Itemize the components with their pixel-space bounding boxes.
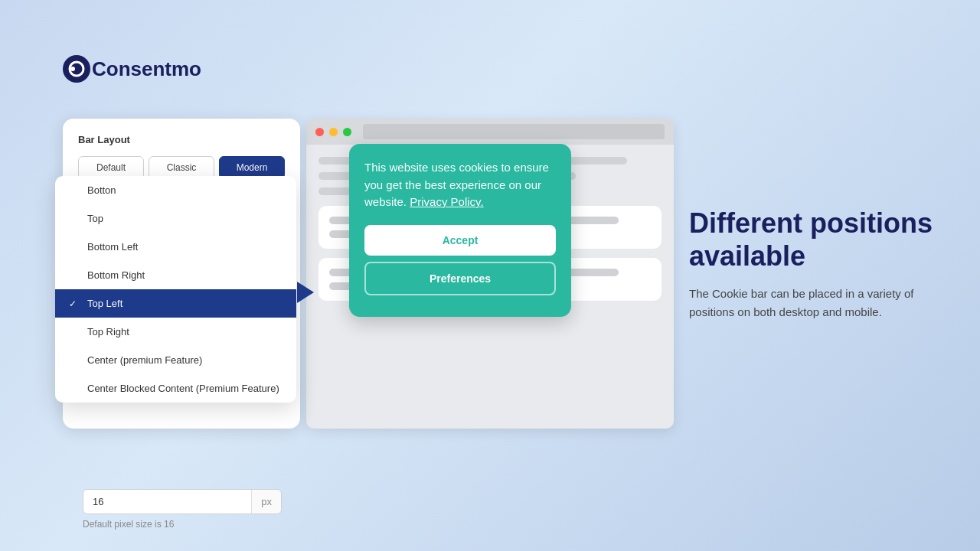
dropdown-item-center[interactable]: Center (premium Feature) [55, 346, 296, 374]
cookie-popup: This website uses cookies to ensure you … [349, 144, 571, 317]
dropdown-item-top-right[interactable]: Top Right [55, 318, 296, 346]
right-panel: Different positions available The Cookie… [689, 207, 934, 321]
dropdown-item-center-blocked[interactable]: Center Blocked Content (Premium Feature) [55, 374, 296, 403]
preferences-button[interactable]: Preferences [364, 262, 556, 295]
right-description: The Cookie bar can be placed in a variet… [689, 285, 934, 321]
arrow-indicator [297, 282, 314, 303]
browser-toolbar [306, 119, 674, 145]
pixel-hint: Default pixel size is 16 [83, 519, 282, 530]
pixel-input-section: px Default pixel size is 16 [83, 489, 282, 530]
browser-close-dot [315, 128, 324, 136]
dropdown-item-bottom-right[interactable]: Bottom Right [55, 261, 296, 289]
pixel-unit-label: px [251, 490, 281, 514]
browser-address-bar [363, 124, 665, 139]
browser-minimize-dot [329, 128, 338, 136]
logo: Consentmo [63, 55, 201, 83]
cookie-message: This website uses cookies to ensure you … [364, 159, 556, 211]
right-title: Different positions available [689, 207, 934, 272]
pixel-size-input[interactable] [83, 490, 251, 514]
dropdown-item-top[interactable]: Top [55, 204, 296, 233]
browser-maximize-dot [343, 128, 351, 136]
dropdown-item-bottom-left[interactable]: Bottom Left [55, 233, 296, 261]
bar-layout-title: Bar Layout [78, 134, 285, 145]
pixel-input-box: px [83, 489, 282, 514]
privacy-policy-link[interactable]: Privacy Policy. [410, 195, 483, 208]
accept-button[interactable]: Accept [364, 225, 556, 256]
dropdown-item-botton[interactable]: Botton [55, 176, 296, 204]
logo-icon [63, 55, 90, 83]
dropdown-item-top-left[interactable]: ✓ Top Left [55, 289, 296, 318]
svg-point-1 [70, 67, 75, 71]
position-dropdown: Botton Top Bottom Left Bottom Right ✓ To… [55, 176, 296, 403]
logo-text: Consentmo [92, 57, 201, 81]
